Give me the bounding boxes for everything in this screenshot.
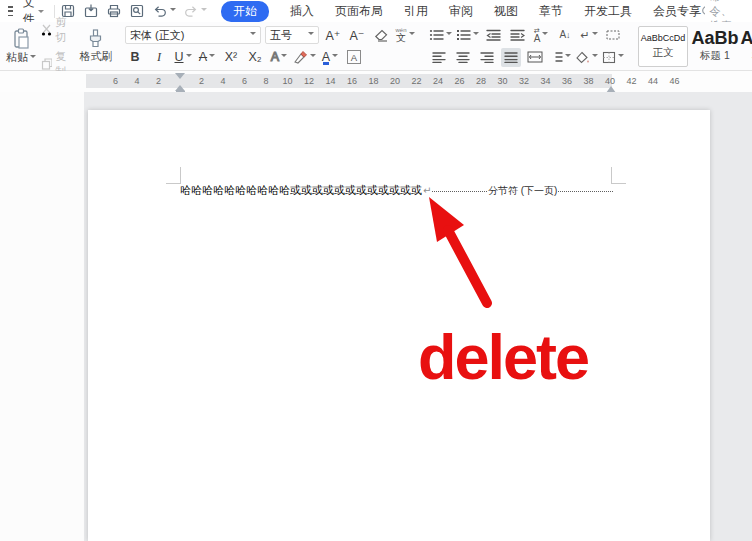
paragraph-mark: ↵ [423, 185, 431, 196]
ruler-number: 4 [134, 76, 139, 86]
eraser-icon [374, 29, 389, 42]
undo-dropdown-icon[interactable] [170, 8, 176, 14]
font-color-dropdown-icon [332, 54, 338, 60]
brush-icon [87, 29, 104, 49]
numbering-button[interactable] [456, 26, 479, 45]
font-size-value: 五号 [270, 28, 292, 43]
line-spacing-icon [549, 51, 563, 63]
clipboard-group: 粘贴 剪切 复制 格式刷 [0, 22, 115, 70]
ruler-number: 22 [411, 76, 421, 86]
pinyin-guide-button[interactable]: wén 文 [395, 26, 415, 45]
decrease-indent-button[interactable] [483, 26, 503, 45]
ruler-number: 14 [325, 76, 335, 86]
style-name: 标题 1 [700, 49, 730, 63]
style-heading2[interactable]: AaBb( 标题 2 [742, 26, 752, 67]
align-left-icon [432, 52, 446, 63]
increase-indent-button[interactable] [507, 26, 527, 45]
undo-icon[interactable] [152, 4, 176, 18]
tab-view[interactable]: 视图 [494, 3, 518, 20]
ruler-number: 12 [304, 76, 314, 86]
justify-button[interactable] [501, 48, 521, 67]
scissors-icon [41, 24, 53, 36]
styles-gallery: AaBbCcDd 正文 AaBb 标题 1 AaBb( 标题 2 AaBb 标题 [634, 22, 752, 70]
underline-dropdown-icon [186, 54, 192, 60]
distribute-button[interactable] [525, 48, 545, 67]
sort-button[interactable]: A↓ [555, 26, 575, 45]
tab-setting-button[interactable] [603, 26, 623, 45]
redo-icon[interactable] [183, 4, 207, 18]
text-effects-dropdown-icon [281, 54, 287, 60]
tab-home[interactable]: 开始 [221, 1, 269, 22]
subscript-button[interactable]: X₂ [245, 48, 265, 67]
output-pdf-icon[interactable] [83, 3, 99, 19]
strikethrough-dropdown-icon [209, 54, 215, 60]
copy-icon [41, 58, 53, 70]
bullets-button[interactable] [429, 26, 452, 45]
hanging-indent-icon[interactable] [175, 80, 185, 91]
shading-button[interactable] [575, 48, 598, 67]
borders-icon [602, 51, 616, 64]
paragraph-text[interactable]: 哈哈哈哈哈哈哈哈哈哈或或或或或或或或或或或或 [180, 183, 422, 198]
char-scale-button[interactable]: ⇄A [531, 26, 551, 45]
superscript-button[interactable]: X² [221, 48, 241, 67]
font-size-dropdown-icon [308, 32, 314, 38]
format-painter-label: 格式刷 [79, 49, 112, 64]
bullet-list-icon [429, 29, 444, 41]
paragraph-group: ⇄A A↓ ↵ [425, 22, 628, 70]
shrink-font-button[interactable]: A⁻ [347, 26, 367, 45]
line-spacing-button[interactable] [549, 48, 571, 67]
distribute-icon [527, 51, 543, 63]
ruler-number: 26 [454, 76, 464, 86]
style-name: 正文 [653, 46, 674, 60]
ruler-number: 2 [199, 76, 204, 86]
char-border-button[interactable]: A [344, 48, 364, 67]
tab-references[interactable]: 引用 [404, 3, 428, 20]
align-right-button[interactable] [477, 48, 497, 67]
clear-format-button[interactable] [371, 26, 391, 45]
ruler-number: 38 [583, 76, 593, 86]
tab-review[interactable]: 审阅 [449, 3, 473, 20]
font-name-value: 宋体 (正文) [130, 28, 184, 43]
quick-access-bar [60, 3, 207, 19]
highlight-button[interactable] [293, 48, 316, 67]
align-left-button[interactable] [429, 48, 449, 67]
menu-icon[interactable] [8, 6, 13, 16]
style-normal[interactable]: AaBbCcDd 正文 [638, 26, 688, 67]
tab-section[interactable]: 章节 [539, 3, 563, 20]
tab-membership[interactable]: 会员专享 [653, 3, 701, 20]
document-page[interactable]: 哈哈哈哈哈哈哈哈哈哈或或或或或或或或或或或或 ↵ 分节符 (下一页) [88, 110, 710, 541]
style-heading1[interactable]: AaBb 标题 1 [690, 26, 740, 67]
paste-button[interactable]: 粘贴 [6, 25, 37, 68]
paragraph-line[interactable]: 哈哈哈哈哈哈哈哈哈哈或或或或或或或或或或或或 ↵ 分节符 (下一页) [180, 183, 613, 198]
italic-button[interactable]: I [149, 48, 169, 67]
font-name-dropdown-icon [250, 32, 256, 38]
tab-insert[interactable]: 插入 [290, 3, 314, 20]
tab-page-layout[interactable]: 页面布局 [335, 3, 383, 20]
line-spacing-dropdown-icon [565, 54, 571, 60]
format-painter-button[interactable]: 格式刷 [79, 25, 113, 68]
underline-button[interactable]: U [173, 48, 193, 67]
show-marks-button[interactable]: ↵ [579, 26, 599, 45]
align-center-button[interactable] [453, 48, 473, 67]
char-scale-icon: ⇄A [534, 27, 541, 44]
align-center-icon [456, 52, 470, 63]
ruler[interactable]: 6422468101214161820222426283032343638404… [0, 71, 752, 92]
shading-dropdown-icon [592, 54, 598, 60]
print-preview-icon[interactable] [129, 3, 145, 19]
delete-annotation: delete [418, 326, 588, 389]
font-color-button[interactable]: A [320, 48, 340, 67]
clipboard-icon [12, 28, 31, 49]
ruler-number: 44 [648, 76, 658, 86]
font-name-select[interactable]: 宋体 (正文) [125, 26, 261, 44]
strikethrough-button[interactable]: A [197, 48, 217, 67]
grow-font-button[interactable]: A⁺ [323, 26, 343, 45]
ruler-number: 32 [519, 76, 529, 86]
font-size-select[interactable]: 五号 [265, 26, 319, 44]
print-icon[interactable] [106, 3, 122, 19]
bold-button[interactable]: B [125, 48, 145, 67]
ruler-number: 6 [242, 76, 247, 86]
ruler-number: 2 [156, 76, 161, 86]
borders-button[interactable] [602, 48, 624, 67]
tab-developer[interactable]: 开发工具 [584, 3, 632, 20]
text-effects-button[interactable]: A [269, 48, 289, 67]
